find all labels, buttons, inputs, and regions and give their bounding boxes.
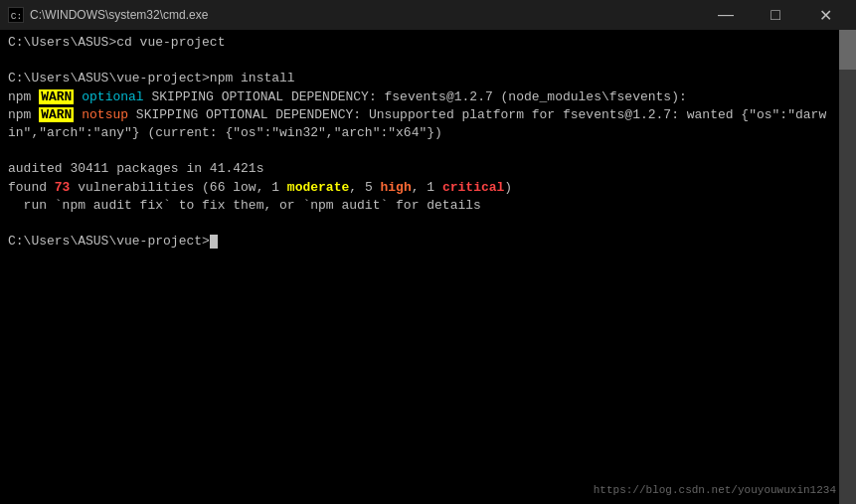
- critical-text: critical: [442, 180, 504, 195]
- console-line-9: found 73 vulnerabilities (66 low, 1 mode…: [8, 179, 848, 197]
- moderate-text: moderate: [287, 180, 349, 195]
- close-button[interactable]: ✕: [802, 0, 848, 30]
- console-blank-3: [8, 215, 848, 233]
- scrollbar-thumb[interactable]: [839, 30, 856, 70]
- optional-text: optional: [82, 89, 143, 104]
- console-blank-1: [8, 52, 848, 70]
- console-line-8: audited 30411 packages in 41.421s: [8, 160, 848, 178]
- notsup-text: notsup: [82, 107, 128, 122]
- console-line-3: C:\Users\ASUS\vue-project>npm install: [8, 70, 848, 87]
- watermark: https://blog.csdn.net/youyouwuxin1234: [594, 484, 836, 496]
- console-blank-2: [8, 142, 848, 160]
- terminal-icon: C:: [8, 7, 24, 23]
- window-title: C:\WINDOWS\system32\cmd.exe: [30, 8, 208, 22]
- console-prompt: C:\Users\ASUS\vue-project>: [8, 233, 848, 251]
- console-line-6: in","arch":"any"} (current: {"os":"win32…: [8, 124, 848, 142]
- title-bar-controls: — □ ✕: [703, 0, 848, 30]
- title-bar-left: C: C:\WINDOWS\system32\cmd.exe: [8, 7, 208, 23]
- maximize-button[interactable]: □: [753, 0, 798, 30]
- console-line-4: npm WARN optional SKIPPING OPTIONAL DEPE…: [8, 88, 848, 106]
- minimize-button[interactable]: —: [703, 0, 749, 30]
- cmd-window: C: C:\WINDOWS\system32\cmd.exe — □ ✕ C:\…: [0, 0, 856, 504]
- console-output[interactable]: C:\Users\ASUS>cd vue-project C:\Users\AS…: [0, 30, 856, 504]
- vuln-count: 73: [55, 180, 71, 195]
- warn-badge-notsup: WARN: [39, 107, 74, 122]
- console-line-5: npm WARN notsup SKIPPING OPTIONAL DEPEND…: [8, 106, 848, 124]
- cursor: [210, 235, 218, 249]
- warn-badge-optional: WARN: [39, 89, 74, 104]
- title-bar: C: C:\WINDOWS\system32\cmd.exe — □ ✕: [0, 0, 856, 30]
- high-text: high: [381, 180, 412, 195]
- console-line-1: C:\Users\ASUS>cd vue-project: [8, 34, 848, 52]
- scrollbar[interactable]: [839, 30, 856, 504]
- svg-text:C:: C:: [11, 11, 23, 22]
- console-line-10: run `npm audit fix` to fix them, or `npm…: [8, 197, 848, 215]
